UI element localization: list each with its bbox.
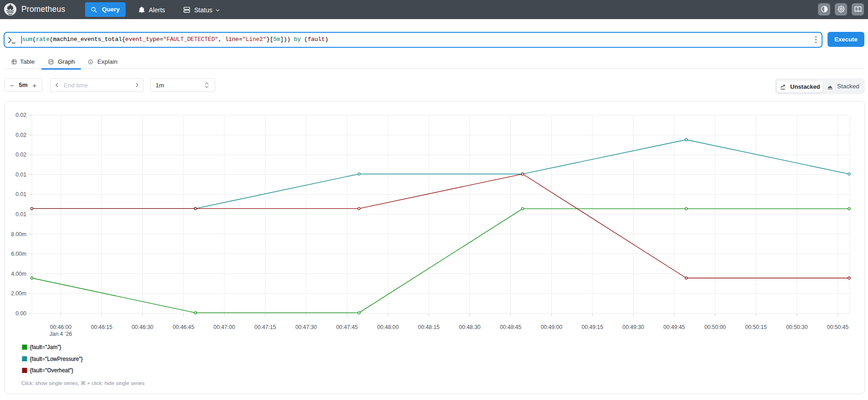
svg-text:0.01: 0.01 [15,172,26,178]
svg-text:00:50:45: 00:50:45 [827,324,849,330]
svg-text:00:47:45: 00:47:45 [336,324,358,330]
svg-text:00:47:00: 00:47:00 [213,324,235,330]
svg-text:4.00m: 4.00m [11,271,26,277]
svg-text:00:49:00: 00:49:00 [541,324,563,330]
svg-text:00:50:30: 00:50:30 [786,324,808,330]
svg-text:00:46:15: 00:46:15 [91,324,113,330]
svg-text:8.00m: 8.00m [11,231,26,238]
svg-text:00:50:15: 00:50:15 [745,324,767,330]
svg-text:{fault="Jam"}: {fault="Jam"} [30,344,61,350]
svg-text:6.00m: 6.00m [11,251,26,257]
svg-text:0.02: 0.02 [15,112,26,118]
svg-text:00:46:00: 00:46:00 [50,324,72,330]
svg-text:{fault="Overheat"}: {fault="Overheat"} [30,367,74,374]
svg-text:0.01: 0.01 [15,211,26,218]
svg-text:00:48:30: 00:48:30 [459,324,481,330]
svg-text:Click: show single series, ⌘ +: Click: show single series, ⌘ + click: hi… [21,380,145,386]
svg-text:00:46:30: 00:46:30 [132,324,154,330]
svg-text:00:48:00: 00:48:00 [377,324,399,330]
svg-text:00:49:45: 00:49:45 [663,324,685,330]
svg-text:00:49:15: 00:49:15 [581,324,603,330]
svg-text:00:47:15: 00:47:15 [254,324,276,330]
svg-text:00:48:45: 00:48:45 [500,324,522,330]
svg-text:0.00: 0.00 [15,310,26,317]
svg-text:Jan 4 ’26: Jan 4 ’26 [50,331,72,337]
svg-text:00:47:30: 00:47:30 [295,324,317,330]
svg-text:2.00m: 2.00m [11,290,26,297]
svg-text:0.02: 0.02 [15,132,26,138]
svg-text:0.02: 0.02 [15,152,26,158]
svg-text:0.01: 0.01 [15,191,26,197]
svg-text:00:49:30: 00:49:30 [622,324,644,330]
svg-text:{fault="LowPressure"}: {fault="LowPressure"} [30,356,83,362]
svg-text:00:50:00: 00:50:00 [704,324,726,330]
svg-text:00:48:15: 00:48:15 [418,324,440,330]
svg-text:00:46:45: 00:46:45 [172,324,194,330]
